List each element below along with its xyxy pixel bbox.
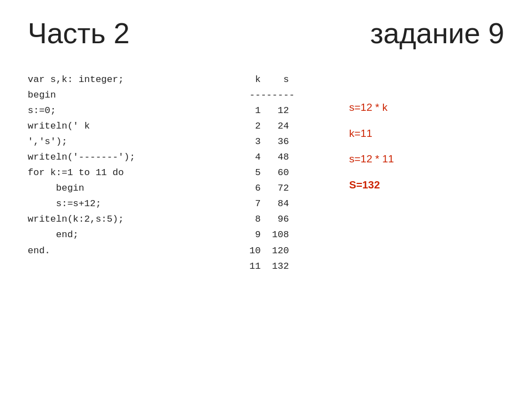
code-line: begin [28,181,238,196]
table-row: 4 48 [249,150,338,165]
header: Часть 2 задание 9 [28,17,504,50]
code-line: for k:=1 to 11 do [28,165,238,181]
table-row: 7 84 [249,196,338,212]
code-line: var s,k: integer; [28,72,238,88]
content: var s,k: integer;begins:=0;writeln(' k',… [28,72,504,274]
table-row: 3 36 [249,134,338,150]
table-row: 9 108 [249,227,338,243]
title-right: задание 9 [370,17,504,50]
note2: k=11 [349,126,504,142]
code-line: writeln('-------'); [28,150,238,165]
page: Часть 2 задание 9 var s,k: integer;begin… [0,0,532,399]
code-line: ','s'); [28,134,238,150]
code-section: var s,k: integer;begins:=0;writeln(' k',… [28,72,238,274]
note4: S=132 [349,177,504,193]
table-row: 5 60 [249,165,338,181]
table-header: k s [249,72,338,88]
note1: s=12 * k [349,100,504,116]
table-section: k s-------- 1 12 2 24 3 36 4 48 5 60 6 7… [238,72,338,274]
code-line: writeln(k:2,s:5); [28,212,238,227]
table-row: 10 120 [249,243,338,259]
notes-section: s=12 * kk=11s=12 * 11S=132 [338,72,504,274]
table-row: 6 72 [249,181,338,196]
table-row: 8 96 [249,212,338,227]
table-row: 11 132 [249,259,338,274]
code-line: begin [28,88,238,103]
table-row: 1 12 [249,103,338,119]
note3: s=12 * 11 [349,151,504,167]
table-separator: -------- [249,88,338,103]
code-line: end; [28,227,238,243]
code-line: s:=s+12; [28,196,238,212]
table-row: 2 24 [249,119,338,134]
title-left: Часть 2 [28,17,130,50]
code-line: s:=0; [28,103,238,119]
code-line: end. [28,243,238,259]
code-line: writeln(' k [28,119,238,134]
